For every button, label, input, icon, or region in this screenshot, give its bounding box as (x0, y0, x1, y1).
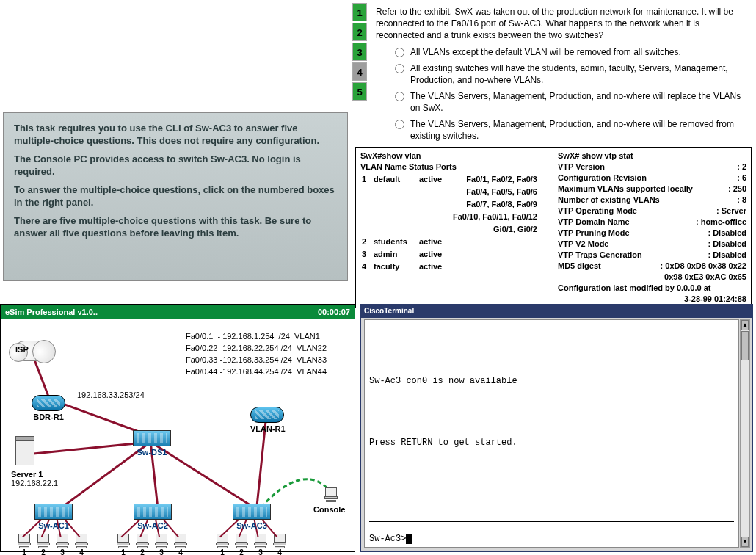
option-d-radio[interactable] (395, 120, 404, 129)
esim-titlebar: eSim Professional v1.0.. 00:00:07 (1, 305, 355, 319)
cli-show-vlan: SwX#show vlan VLAN Name Status Ports 1de… (356, 148, 553, 308)
terminal-output: Sw-Ac3 con0 is now available Press RETUR… (369, 376, 517, 448)
question-tab-1[interactable]: 1 (352, 3, 367, 21)
scroll-down-icon[interactable]: ▼ (741, 537, 749, 547)
console-pc[interactable] (324, 487, 338, 502)
server-ip-label: 192.168.22.1 (11, 479, 58, 487)
host-pc[interactable]: 4 (74, 534, 89, 555)
host-pc[interactable]: 2 (36, 534, 51, 555)
terminal-prompt: Sw-Ac3> (369, 534, 406, 544)
terminal-scrollbar[interactable]: ▲ ▼ (740, 319, 750, 548)
switch-ac2-label: Sw-AC2 (134, 521, 172, 530)
question-tab-2[interactable]: 2 (352, 23, 367, 41)
console-label: Console (313, 505, 345, 514)
instruction-p2: The Console PC provides access to switch… (14, 153, 337, 178)
host-pc[interactable]: 2 (135, 534, 150, 555)
vtp-stat-row: Number of existing VLANs: 8 (558, 195, 746, 206)
cli-right-cmd: SwX# show vtp stat (558, 151, 633, 160)
router-bdr[interactable]: BDR-R1 (32, 395, 65, 421)
vlan-row: 3adminactive (362, 249, 542, 260)
answer-options: All VLANs except the default VLAN will b… (390, 44, 752, 144)
terminal-body[interactable]: Sw-Ac3 con0 is now available Press RETUR… (364, 319, 739, 548)
router-icon (32, 395, 65, 411)
option-b[interactable]: All existing switches will have the stud… (390, 60, 752, 88)
pc-label: 2 (234, 548, 249, 555)
router-vlanr-label: VLAN-R1 (250, 424, 286, 433)
network-topology: Fa0/0.1 - 192.168.1.254 /24 VLAN1 Fa0/0.… (1, 319, 355, 552)
pc-label: 3 (154, 548, 169, 555)
pc-label: 1 (17, 548, 32, 555)
pc-label: 2 (135, 548, 150, 555)
ip-row-3: Fa0/0.33 -192.168.33.254 /24 VLAN33 (186, 354, 327, 366)
router-icon (250, 407, 284, 423)
option-c[interactable]: The VLANs Servers, Management, Productio… (390, 88, 752, 116)
host-pc[interactable]: 3 (55, 534, 70, 555)
switch-icon (133, 430, 171, 446)
switch-icon (134, 504, 172, 520)
svg-line-6 (26, 442, 150, 454)
option-a[interactable]: All VLANs except the default VLAN will b… (390, 44, 752, 60)
scroll-thumb[interactable] (741, 331, 749, 360)
ip-row-4: Fa0/0.44 -192.168.44.254 /24 VLAN44 (186, 366, 327, 377)
host-pc[interactable]: 4 (173, 534, 188, 555)
router-vlanr[interactable]: VLAN-R1 (250, 407, 286, 433)
vlan-row: 1defaultactiveFa0/1, Fa0/2, Fa0/3 (362, 174, 542, 185)
cli-show-vtp: SwX# show vtp stat VTP Version: 2Configu… (553, 148, 751, 308)
instruction-p3: To answer the multiple-choice questions,… (14, 184, 337, 208)
instruction-p4: There are five multiple-choice questions… (14, 214, 337, 239)
switch-ds1[interactable]: Sw-DS1 (133, 430, 171, 457)
cisco-terminal: CiscoTerminal Sw-Ac3 con0 is now availab… (360, 304, 753, 552)
bdr-ip-label: 192.168.33.253/24 (77, 391, 145, 399)
cli-exhibit: SwX#show vlan VLAN Name Status Ports 1de… (355, 147, 752, 308)
question-tab-3[interactable]: 3 (352, 43, 367, 61)
server-1-icon[interactable] (14, 436, 36, 468)
option-d-text: The VLANs Servers, Management, Productio… (410, 118, 747, 142)
instruction-panel: This task requires you to use the CLI of… (3, 112, 348, 281)
vlan-row: Fa0/7, Fa0/8, Fa0/9 (362, 199, 542, 210)
ip-row-1: Fa0/0.1 - 192.168.1.254 /24 VLAN1 (186, 330, 327, 342)
vlan-row: Fa0/10, Fa0/11, Fa0/12 (362, 211, 542, 222)
vlan-row: 2studentsactive (362, 236, 542, 247)
option-c-radio[interactable] (395, 92, 404, 101)
esim-timer: 00:00:07 (318, 308, 350, 316)
vlan-row: 4facultyactive (362, 261, 542, 272)
pc-label: 4 (272, 548, 287, 555)
vtp-stat-row: VTP Operating Mode: Server (558, 206, 746, 217)
option-d[interactable]: The VLANs Servers, Management, Productio… (390, 116, 752, 144)
switch-ds1-label: Sw-DS1 (133, 448, 171, 457)
host-pc[interactable]: 1 (215, 534, 230, 555)
host-pc[interactable]: 2 (234, 534, 249, 555)
switch-ac1-label: Sw-AC1 (34, 521, 73, 530)
cli-right-footer1: Configuration last modified by 0.0.0.0 a… (558, 283, 710, 292)
router-bdr-label: BDR-R1 (32, 413, 65, 421)
pc-label: 2 (36, 548, 51, 555)
option-a-radio[interactable] (395, 48, 404, 57)
cli-right-footer2: 3-28-99 01:24:88 (684, 294, 746, 303)
vlan-row: Gi0/1, Gi0/2 (362, 224, 542, 235)
cli-left-header: VLAN Name Status Ports (360, 162, 457, 171)
isp-label: ISP (15, 345, 29, 354)
option-a-text: All VLANs except the default VLAN will b… (410, 46, 681, 58)
switch-icon (34, 504, 73, 520)
switch-ac3[interactable]: Sw-AC3 (233, 504, 271, 530)
option-b-radio[interactable] (395, 64, 404, 73)
pc-label: 4 (173, 548, 188, 555)
question-tab-4[interactable]: 4 (352, 62, 367, 81)
scroll-up-icon[interactable]: ▲ (741, 320, 749, 330)
option-b-text: All existing switches will have the stud… (410, 62, 747, 86)
switch-ac2[interactable]: Sw-AC2 (134, 504, 172, 530)
pc-label: 3 (253, 548, 268, 555)
question-stem: Refer to the exhibit. SwX was taken out … (371, 3, 752, 44)
host-pc[interactable]: 4 (272, 534, 287, 555)
vtp-stat-row: VTP Traps Generation: Disabled (558, 250, 746, 261)
host-pc[interactable]: 3 (154, 534, 169, 555)
vtp-stat-row: VTP Domain Name: home-office (558, 217, 746, 228)
vtp-stat-row: Maximum VLANs supported locally: 250 (558, 184, 746, 195)
vlan-row: Fa0/4, Fa0/5, Fa0/6 (362, 186, 542, 197)
host-pc[interactable]: 3 (253, 534, 268, 555)
host-pc[interactable]: 1 (17, 534, 32, 555)
pc-label: 1 (116, 548, 131, 555)
host-pc[interactable]: 1 (116, 534, 131, 555)
switch-ac1[interactable]: Sw-AC1 (34, 504, 73, 530)
question-tab-5[interactable]: 5 (352, 82, 367, 101)
